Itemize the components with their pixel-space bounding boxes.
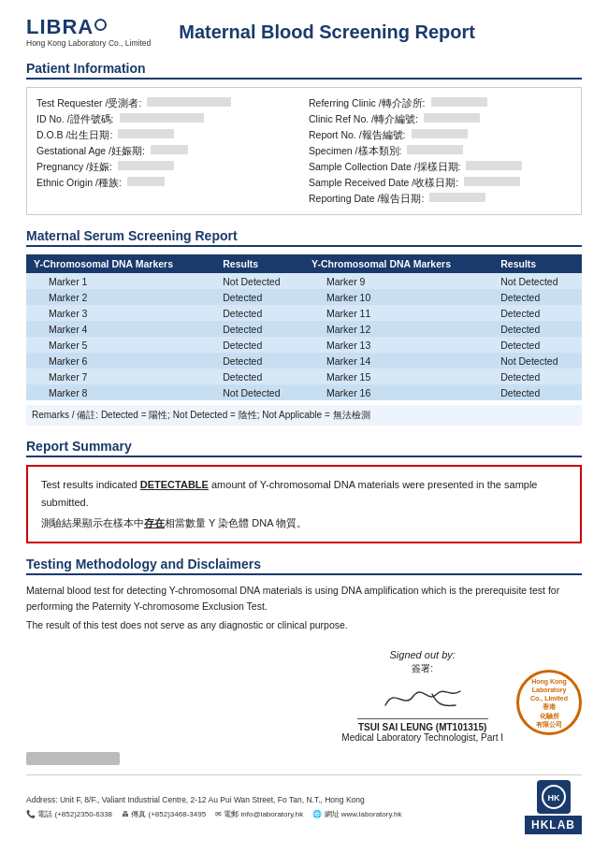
info-value-reporting-date [429, 193, 485, 202]
logo-circle-icon [94, 19, 107, 31]
methodology-section-title: Testing Methodology and Disclaimers [26, 557, 582, 575]
table-row: Marker 2 Detected Marker 10 Detected [26, 289, 582, 305]
info-value-referring-clinic [431, 97, 487, 107]
marker2-cell: Marker 15 [304, 369, 493, 384]
col1-header: Y-Chromosomal DNA Markers [26, 254, 215, 273]
result1-cell: Detected [215, 337, 304, 353]
svg-text:HK: HK [547, 793, 559, 803]
methodology-line2: The result of this test does not serve a… [26, 617, 582, 633]
info-value-dob [118, 129, 174, 138]
sig-title: Medical Laboratory Technologist, Part I [341, 732, 503, 743]
info-row-referring-clinic: Referring Clinic /轉介診所: [309, 95, 572, 111]
logo-area: LIBRA Hong Kong Laboratory Co., Limited [26, 17, 151, 48]
result2-cell: Detected [493, 289, 582, 305]
logo-text: LIBRA [26, 17, 94, 37]
footer-contact: 📞 電話 (+852)2350-6338 🖷 傳真 (+852)3468-349… [26, 809, 402, 821]
marker2-cell: Marker 11 [304, 305, 493, 321]
info-value-received-date [464, 177, 520, 186]
serum-section-title: Maternal Serum Screening Report [26, 228, 582, 247]
result2-cell: Detected [493, 369, 582, 384]
marker1-cell: Marker 1 [26, 273, 215, 289]
methodology-section: Maternal blood test for detecting Y-chro… [26, 583, 582, 632]
result2-cell: Detected [493, 305, 582, 321]
marker1-cell: Marker 4 [26, 321, 215, 337]
signed-by-label: Signed out by: [341, 649, 503, 660]
marker2-cell: Marker 16 [304, 384, 493, 400]
result2-cell: Detected [493, 337, 582, 353]
marker1-cell: Marker 5 [26, 337, 215, 353]
info-value-clinic-ref [424, 113, 480, 123]
result2-cell: Detected [493, 384, 582, 400]
methodology-line1: Maternal blood test for detecting Y-chro… [26, 583, 582, 615]
marker1-cell: Marker 6 [26, 353, 215, 369]
hklab-text: HKLAB [525, 816, 582, 834]
footer-email: ✉ 電郵 info@laboratory.hk [215, 809, 303, 821]
marker1-cell: Marker 3 [26, 305, 215, 321]
table-row: Marker 4 Detected Marker 12 Detected [26, 321, 582, 337]
info-row-report-no: Report No. /報告編號: [309, 127, 572, 143]
table-row: Marker 8 Not Detected Marker 16 Detected [26, 384, 582, 400]
info-value-test-requester [147, 97, 231, 107]
result1-cell: Detected [215, 353, 304, 369]
patient-info-right: Referring Clinic /轉介診所: Clinic Ref No. /… [309, 95, 572, 207]
signature-image [341, 677, 503, 715]
info-value-gestational-age [151, 145, 188, 154]
info-row-specimen: Specimen /樣本類別: [309, 143, 572, 159]
marker2-cell: Marker 10 [304, 289, 493, 305]
info-row-reporting-date: Reporting Date /報告日期: [309, 191, 572, 207]
summary-section-title: Report Summary [26, 439, 582, 457]
report-title: Maternal Blood Screening Report [179, 22, 475, 43]
result1-cell: Detected [215, 321, 304, 337]
info-row-id: ID No. /證件號碼: [36, 111, 299, 127]
marker2-cell: Marker 12 [304, 321, 493, 337]
info-value-id [120, 113, 204, 123]
info-row-gestational-age: Gestational Age /妊娠期: [36, 143, 299, 159]
result1-cell: Detected [215, 305, 304, 321]
table-row: Marker 3 Detected Marker 11 Detected [26, 305, 582, 321]
info-value-report-no [412, 129, 468, 138]
info-row-pregnancy: Pregnancy /妊娠: [36, 159, 299, 175]
col2-header: Results [215, 254, 304, 273]
info-value-pregnancy [118, 161, 174, 170]
table-row: Marker 5 Detected Marker 13 Detected [26, 337, 582, 353]
marker2-cell: Marker 14 [304, 353, 493, 369]
remarks-text: Remarks / 備註: Detected = 陽性; Not Detecte… [26, 405, 582, 426]
sig-block: Signed out by: 簽署: TSUI SAI LEUNG (MT101… [341, 649, 503, 743]
signature-area: Signed out by: 簽署: TSUI SAI LEUNG (MT101… [26, 649, 582, 743]
footer-address: Address: Unit F, 8/F., Valiant Industria… [26, 794, 402, 807]
patient-info-section: Test Requester /受測者: ID No. /證件號碼: D.O.B… [26, 87, 582, 215]
summary-chi: 測驗結果顯示在樣本中存在相當數量 Y 染色體 DNA 物質。 [41, 514, 567, 532]
marker1-cell: Marker 2 [26, 289, 215, 305]
result1-cell: Detected [215, 289, 304, 305]
table-row: Marker 1 Not Detected Marker 9 Not Detec… [26, 273, 582, 289]
col3-header: Y-Chromosomal DNA Markers [304, 254, 493, 273]
marker2-cell: Marker 13 [304, 337, 493, 353]
summary-chi-underline: 存在 [144, 517, 165, 528]
marker2-cell: Marker 9 [304, 273, 493, 289]
info-row-test-requester: Test Requester /受測者: [36, 95, 299, 111]
marker1-cell: Marker 7 [26, 369, 215, 384]
hklab-logo: HK HKLAB [525, 780, 582, 834]
stamp: Hong Kong Laboratory Co., Limited 香港 化驗所… [516, 670, 582, 735]
summary-eng: Test results indicated DETECTABLE amount… [41, 476, 567, 511]
info-row-received-date: Sample Received Date /收樣日期: [309, 175, 572, 191]
redacted-bar [26, 752, 120, 765]
summary-detectable: DETECTABLE [140, 479, 209, 490]
info-row-clinic-ref: Clinic Ref No. /轉介編號: [309, 111, 572, 127]
result2-cell: Detected [493, 321, 582, 337]
sig-name: TSUI SAI LEUNG (MT101315) [341, 722, 503, 732]
serum-table: Y-Chromosomal DNA Markers Results Y-Chro… [26, 254, 582, 400]
footer-web: 🌐 網址 www.laboratory.hk [312, 809, 401, 821]
marker1-cell: Marker 8 [26, 384, 215, 400]
info-value-specimen [407, 145, 463, 154]
signed-by-chi: 簽署: [341, 662, 503, 675]
result1-cell: Not Detected [215, 384, 304, 400]
info-row-dob: D.O.B /出生日期: [36, 127, 299, 143]
patient-info-left: Test Requester /受測者: ID No. /證件號碼: D.O.B… [36, 95, 299, 207]
info-value-ethnic [127, 177, 165, 186]
patient-info-title: Patient Information [26, 61, 582, 80]
info-value-collection-date [466, 161, 522, 170]
col4-header: Results [493, 254, 582, 273]
info-row-collection-date: Sample Collection Date /採樣日期: [309, 159, 572, 175]
table-row: Marker 7 Detected Marker 15 Detected [26, 369, 582, 384]
